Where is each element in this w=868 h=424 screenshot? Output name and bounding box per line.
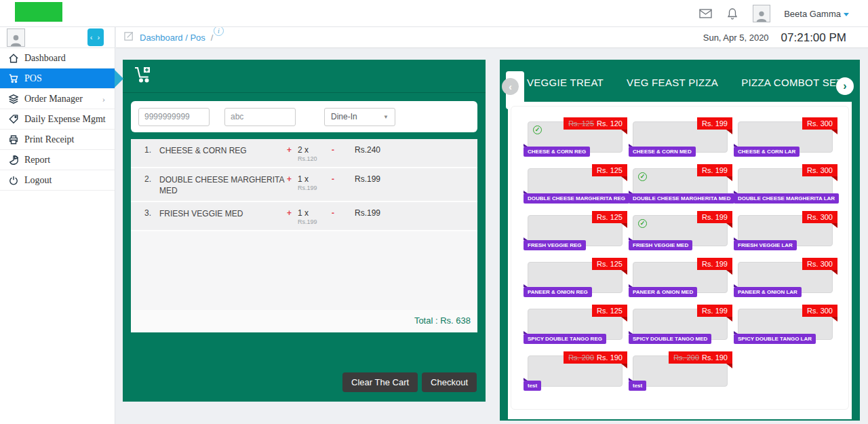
- product-card[interactable]: Rs. 300 DOUBLE CHEESE MARGHERITA LAR: [738, 168, 833, 199]
- row-number: 1.: [131, 145, 159, 162]
- product-card[interactable]: ✓ Rs. 199 DOUBLE CHEESE MARGHERITA MED: [633, 168, 728, 199]
- cart-panel-header: [123, 60, 486, 93]
- increase-qty-button[interactable]: +: [287, 145, 298, 162]
- category-tab-bar: ‹ VEGGIE TREAT VEG FEAST PIZZA PIZZA COM…: [500, 60, 860, 102]
- price: Rs. 199: [702, 166, 728, 174]
- customer-phone-input[interactable]: [138, 108, 210, 126]
- old-price: Rs. 200: [568, 353, 594, 362]
- product-card[interactable]: ✓ Rs. 125Rs. 120 CHEESE & CORN REG: [528, 121, 623, 153]
- price-tag: Rs. 125Rs. 120: [564, 117, 627, 130]
- sidebar-avatar[interactable]: [7, 28, 25, 47]
- price-tag: Rs. 199: [697, 211, 732, 223]
- scroll-left-icon[interactable]: ‹: [502, 78, 519, 95]
- breadcrumb-link[interactable]: Dashboard / Pos: [140, 33, 205, 43]
- tab-pizza-combot-set[interactable]: PIZZA COMBOT SET: [741, 77, 843, 88]
- decrease-qty-button[interactable]: -: [321, 174, 345, 196]
- app-logo[interactable]: [15, 2, 62, 22]
- sidebar-item-pos[interactable]: POS: [0, 69, 115, 89]
- decrease-qty-button[interactable]: -: [321, 208, 345, 225]
- product-card[interactable]: Rs. 300 FRIESH VEGGIE LAR: [738, 215, 833, 246]
- product-name-label: PANEER & ONION LAR: [734, 287, 802, 297]
- item-qty: 1 x: [298, 208, 321, 218]
- product-card[interactable]: Rs. 300 PANEER & ONION LAR: [738, 262, 833, 293]
- product-card[interactable]: Rs. 199 SPICY DOUBLE TANGO MED: [633, 309, 728, 340]
- item-unit-price: Rs.199: [298, 218, 321, 225]
- tab-veg-feast-pizza[interactable]: VEG FEAST PIZZA: [627, 77, 718, 88]
- scroll-right-icon[interactable]: ›: [836, 77, 854, 95]
- price: Rs. 199: [702, 260, 728, 268]
- product-card[interactable]: ✓ Rs. 199 FRIESH VEGGIE MED: [633, 215, 728, 246]
- product-name-label: SPICY DOUBLE TANGO REG: [524, 334, 606, 344]
- product-card[interactable]: Rs. 199 PANEER & ONION MED: [633, 262, 728, 293]
- item-amount: Rs.199: [355, 174, 380, 196]
- price: Rs. 199: [702, 307, 728, 315]
- decrease-qty-button[interactable]: -: [321, 145, 345, 162]
- sidebar-collapse-button[interactable]: ‹ ›: [87, 28, 104, 46]
- price-tag: Rs. 125: [592, 164, 627, 176]
- sidebar-item-report[interactable]: Report: [0, 150, 115, 170]
- price-tag: Rs. 199: [697, 258, 732, 270]
- sidebar-item-print-receipt[interactable]: Print Receipt: [0, 130, 115, 150]
- order-type-value: Dine-In: [331, 112, 357, 121]
- product-card[interactable]: Rs. 199 CHEESE & CORN MED: [633, 121, 728, 153]
- product-name-label: DOUBLE CHEESE MARGHERITA MED: [629, 193, 734, 204]
- sidebar-item-order-manager[interactable]: Order Manager ›: [0, 89, 115, 109]
- sidebar-item-dashboard[interactable]: Dashboard: [0, 48, 115, 69]
- sidebar-item-daily-expense[interactable]: Daily Expense Mgmt ›: [0, 109, 115, 130]
- product-card[interactable]: Rs. 125 SPICY DOUBLE TANGO REG: [528, 309, 623, 340]
- product-card[interactable]: Rs. 200Rs. 190 test: [528, 355, 623, 387]
- power-icon: [8, 175, 18, 185]
- item-unit-price: Rs.199: [298, 185, 321, 191]
- price: Rs. 199: [702, 119, 728, 128]
- item-amount: Rs.240: [355, 145, 380, 162]
- user-menu[interactable]: Beeta Gamma: [784, 9, 849, 19]
- price: Rs. 125: [597, 213, 623, 221]
- product-name-label: DOUBLE CHEESE MARGHERITA LAR: [734, 193, 839, 204]
- product-name-label: PANEER & ONION REG: [524, 287, 592, 297]
- increase-qty-button[interactable]: +: [287, 174, 298, 196]
- price-tag: Rs. 125: [592, 305, 627, 317]
- user-avatar[interactable]: [753, 5, 770, 22]
- bell-icon[interactable]: [726, 7, 739, 20]
- product-grid: ✓ Rs. 125Rs. 120 CHEESE & CORN REG Rs. 1…: [508, 102, 852, 419]
- product-name-label: test: [524, 381, 541, 391]
- price-tag: Rs. 200Rs. 190: [669, 351, 732, 364]
- cart-panel: Dine-In ▼ 1. CHEESE & CORN REG + 2 xRs.1…: [123, 60, 486, 402]
- order-type-select[interactable]: Dine-In ▼: [324, 108, 395, 126]
- cart-total: Total : Rs. 638: [131, 310, 477, 332]
- product-card[interactable]: Rs. 300 SPICY DOUBLE TANGO LAR: [738, 309, 833, 340]
- sidebar-item-label: Order Manager: [24, 94, 83, 104]
- breadcrumb-separator: /: [211, 33, 214, 43]
- price-tag: Rs. 300: [802, 305, 837, 317]
- content-header: Dashboard / Pos / i Sun, Apr 5, 2020 07:…: [116, 27, 868, 48]
- cart-row: 2. DOUBLE CHEESE MARGHERITA MED + 1 xRs.…: [131, 168, 477, 202]
- price: Rs. 125: [597, 166, 623, 174]
- cart-icon: [8, 73, 18, 83]
- product-name-label: DOUBLE CHEESE MARGHERITA REG: [524, 193, 629, 204]
- increase-qty-button[interactable]: +: [287, 208, 298, 225]
- in-cart-check-icon: ✓: [533, 126, 542, 134]
- sidebar-item-label: Print Receipt: [24, 134, 75, 145]
- top-bar: Beeta Gamma: [0, 0, 868, 27]
- price: Rs. 125: [597, 307, 623, 315]
- item-name: DOUBLE CHEESE MARGHERITA MED: [159, 174, 287, 196]
- clear-cart-button[interactable]: Clear The Cart: [342, 372, 418, 392]
- breadcrumb: Dashboard / Pos / i: [124, 31, 213, 43]
- in-cart-check-icon: ✓: [638, 219, 647, 228]
- product-card[interactable]: Rs. 200Rs. 190 test: [633, 355, 728, 387]
- sidebar-item-label: Dashboard: [24, 53, 66, 64]
- product-card[interactable]: Rs. 125 PANEER & ONION REG: [528, 262, 623, 293]
- cart-plus-icon: [134, 66, 153, 86]
- tab-veggie-treat[interactable]: VEGGIE TREAT: [527, 77, 604, 88]
- sidebar-item-logout[interactable]: Logout: [0, 170, 115, 191]
- product-card[interactable]: Rs. 125 FRESH VEGGIE REG: [528, 215, 623, 246]
- mail-icon[interactable]: [698, 7, 712, 20]
- price-tag: Rs. 125: [592, 211, 627, 223]
- product-card[interactable]: Rs. 300 CHEESE & CORN LAR: [738, 121, 833, 153]
- price: Rs. 190: [702, 353, 728, 362]
- customer-name-input[interactable]: [224, 108, 296, 126]
- checkout-button[interactable]: Checkout: [422, 372, 477, 392]
- info-icon[interactable]: i: [214, 26, 224, 36]
- product-name-label: SPICY DOUBLE TANGO MED: [629, 334, 711, 344]
- product-card[interactable]: Rs. 125 DOUBLE CHEESE MARGHERITA REG: [528, 168, 623, 199]
